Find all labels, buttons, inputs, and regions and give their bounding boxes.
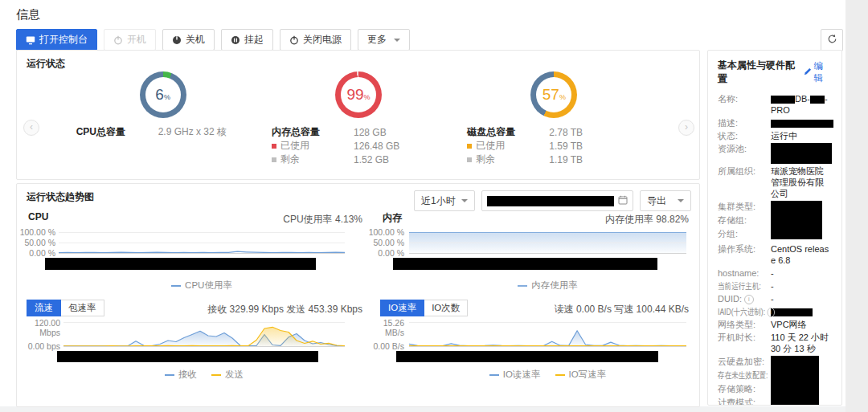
gauges-row: 6% CPU总容量 2.9 GHz x 32 核 99% 内存总容量 128 G… [65,71,652,166]
power-down-button[interactable]: 关闭电源 [280,29,351,51]
network-throughput-chart [63,322,345,347]
legend-dash-icon [171,285,181,287]
refresh-button[interactable] [821,29,843,51]
network-stats: 接收 329.99 Kbps 发送 453.39 Kbps [202,303,362,316]
trend-card-title: 运行状态趋势图 [27,190,94,204]
network-chart-legend: 接收 发送 [63,369,345,381]
gridline [63,322,345,323]
redacted-value [771,356,819,406]
prop-row-iaid: IAID(十六进制):i [718,306,832,317]
prop-label: 存储策略: [718,383,771,394]
prop-row-hostname: hostname: - [718,267,832,279]
disk-used-row: 已使用 1.59 TB [467,139,641,153]
y-tick: 120.00 Mbps [17,318,60,337]
prop-row-description: 描述: [718,117,832,128]
tab-io-count[interactable]: IO次数 [424,300,468,316]
prop-group-cluster: 集群类型: 存储组: 分组: [718,201,832,242]
chevron-down-icon [461,199,468,206]
prop-row-network-type: 网络类型: VPC网络 [718,319,832,330]
chevron-right-icon: › [685,121,688,133]
prop-row-os: 操作系统: CentOS release 6.8 [718,243,832,266]
prop-label: 计费模式: [718,397,771,406]
io-chart-legend: IO读速率 IO写速率 [409,369,686,381]
power-icon [289,35,299,45]
chevron-down-icon [678,199,684,206]
carousel-next-button[interactable]: › [678,120,694,136]
trend-controls: 近1小时 导出 [414,190,691,211]
tab-io-rate[interactable]: IO速率 [380,300,424,316]
disk-capacity-row: 磁盘总容量 2.78 TB [467,125,641,139]
legend-dash-icon [165,374,174,376]
memory-gauge-ring: 99% [335,71,382,118]
y-tick: 50.00 % [367,238,404,247]
open-console-button[interactable]: 打开控制台 [16,29,97,51]
status-card-title: 运行状态 [27,57,65,71]
used-dot-icon [272,144,276,149]
prop-group-config: 云硬盘加密: 存在未生效配置: 存储策略: 计费模式: 属性: [718,356,832,406]
gridline [409,243,686,243]
prop-row-organization: 所属组织: 瑞派宠物医院管理股份有限公司 [718,165,832,199]
legend-dash-icon [211,374,221,376]
pencil-icon [804,67,812,77]
info-icon: i [767,308,774,317]
running-status-card: 运行状态 ‹ › 6% CPU总容量 2.9 GHz x 32 核 99% [16,50,700,180]
disk-usage-percent: 57 [542,77,559,112]
carousel-prev-button[interactable]: ‹ [23,120,39,136]
toolbar: 打开控制台 开机 关机 挂起 关闭电源 更多 [16,29,410,51]
prop-row-duid: DUID:i - [718,293,832,304]
redacted-value [771,96,795,104]
pause-icon [231,35,240,45]
console-icon [26,35,35,45]
suspend-button[interactable]: 挂起 [221,29,273,51]
disk-gauge: 57% 磁盘总容量 2.78 TB 已使用 1.59 TB 剩余 [457,71,652,166]
memory-usage-percent: 99 [346,77,363,112]
time-range-select[interactable]: 近1小时 [414,190,475,211]
shutdown-button[interactable]: 关机 [162,29,215,51]
y-tick: 15.26 MB/s [362,318,404,337]
redacted-x-axis [396,351,658,362]
cpu-usage-percent: 6 [155,77,164,112]
redacted-x-axis [393,258,657,270]
trend-card: 运行状态趋势图 近1小时 导出 CPU CPU使用率 4.13% 100.00 … [16,183,700,407]
memory-capacity-row: 内存总容量 128 GB [272,125,445,139]
prop-label: 集群类型: [718,201,771,212]
cpu-gauge: 6% CPU总容量 2.9 GHz x 32 核 [65,71,260,166]
io-rate-chart [409,322,686,347]
gridline [409,322,686,323]
y-tick: 0.00 bps [17,341,60,351]
redacted-x-axis [57,351,318,362]
y-tick: 0.00 B/s [362,341,404,351]
power-on-button[interactable]: 开机 [104,29,156,51]
network-chart-tabs: 流速 包速率 [27,300,104,316]
legend-dash-icon [518,285,527,287]
prop-label: 分组: [718,228,771,239]
edit-button[interactable]: 编辑 [804,60,833,84]
prop-row-resource-pool: 资源池: [718,143,832,164]
tab-packet-rate[interactable]: 包速率 [61,300,104,316]
memory-usage-stat: 内存使用率 98.82% [531,213,689,226]
date-range-input[interactable] [481,190,633,211]
cpu-gauge-ring: 6% [140,71,186,118]
y-tick: 100.00 % [18,227,55,237]
redacted-value [771,120,833,128]
free-dot-icon [272,157,276,162]
prop-row-uptime: 开机时长: 110 天 22 小时 30 分 13 秒 [718,332,832,354]
legend-dash-icon [555,374,565,376]
redacted-value [810,96,825,104]
cpu-chart-legend: CPU使用率 [59,279,345,292]
cpu-chart-title: CPU [28,211,48,222]
cpu-capacity-row: CPU总容量 2.9 GHz x 32 核 [76,125,250,139]
y-tick: 100.00 % [367,227,404,237]
io-stats: 读速 0.00 B/s 写速 100.44 KB/s [531,303,689,316]
memory-used-row: 已使用 126.48 GB [272,139,445,153]
cpu-usage-stat: CPU使用率 4.13% [202,213,362,226]
memory-chart-title: 内存 [383,211,402,225]
export-select[interactable]: 导出 [640,190,691,211]
memory-gauge: 99% 内存总容量 128 GB 已使用 126.48 GB 剩余 [260,71,456,166]
disk-free-row: 剩余 1.19 TB [467,153,641,166]
legend-dash-icon [489,374,499,376]
more-button[interactable]: 更多 [358,29,410,51]
properties-panel-title: 基本属性与硬件配置 [718,59,804,86]
prop-row-current-host: 当前运行主机: - [718,280,832,292]
tab-flow-rate[interactable]: 流速 [27,300,61,316]
